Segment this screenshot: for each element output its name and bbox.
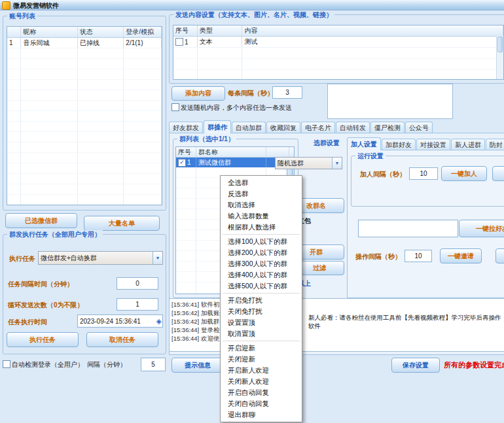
menu-separator xyxy=(223,234,300,235)
menu-item[interactable]: 输入选群数量 xyxy=(221,211,301,222)
table-empty-cell xyxy=(176,241,196,250)
task-interval-input[interactable]: 0 xyxy=(117,277,158,290)
group-seq: 1 xyxy=(187,159,191,166)
tab-sub-1[interactable]: 加群好友 xyxy=(382,139,416,150)
big-list-button[interactable]: 大量名单 xyxy=(84,216,160,231)
add-interval-input[interactable]: 10 xyxy=(409,167,438,180)
menu-item[interactable]: 根据群人数选择 xyxy=(221,222,301,233)
menu-item[interactable]: 选择100人以下的群 xyxy=(221,236,301,247)
selected-groups-button[interactable]: 已选微信群 xyxy=(5,213,77,228)
content-preview-box[interactable] xyxy=(327,84,453,119)
menu-item[interactable]: 反选群 xyxy=(221,188,301,199)
menu-item[interactable]: 开启自动回复 xyxy=(221,387,301,398)
tab-sub-0[interactable]: 加人设置 xyxy=(347,137,381,150)
run-task-button[interactable]: 执行任务 xyxy=(7,332,79,347)
tip-info-button[interactable]: 提示信息 xyxy=(171,358,224,373)
table-empty-cell xyxy=(7,153,21,163)
menu-item[interactable]: 选择500人以下的群 xyxy=(221,280,301,292)
menu-item[interactable]: 全选群 xyxy=(221,177,301,188)
account-row[interactable]: 1 音乐同城 已掉线 2/1(1) xyxy=(7,38,162,48)
cancel-task-button[interactable]: 取消任务 xyxy=(86,332,158,347)
menu-item[interactable]: 关闭新人欢迎 xyxy=(221,376,301,387)
menu-item[interactable]: 取消置顶 xyxy=(221,328,301,339)
log-box[interactable]: [15:36:41] 软件初始化完成[15:36:42] 加载账号成功[15:3… xyxy=(169,298,504,352)
random-content-label: 发送随机内容，多个内容任选一条发送 xyxy=(181,103,292,112)
tab-sub-2[interactable]: 对接设置 xyxy=(416,139,450,150)
loop-count-label: 循环发送次数（0为不限） xyxy=(8,301,84,310)
datetime-spinner-icon[interactable]: ◈ xyxy=(156,317,162,326)
task-time-value: 2023-09-24 15:36:41 xyxy=(80,318,141,325)
account-table[interactable]: 昵称 状态 登录/模拟 1 音乐同城 已掉线 2/1(1) xyxy=(7,26,162,205)
menu-item[interactable]: 选择200人以下的群 xyxy=(221,247,301,258)
chevron-down-icon[interactable]: ▼ xyxy=(153,252,162,264)
tab-sub-4[interactable]: 防封 xyxy=(486,139,504,150)
account-status: 已掉线 xyxy=(78,38,124,48)
table-empty-cell xyxy=(78,80,124,90)
stop-button[interactable]: 停止 xyxy=(492,166,504,181)
table-empty-row xyxy=(7,59,162,69)
tab-main-0[interactable]: 好友群发 xyxy=(169,122,203,133)
one-key-add-button[interactable]: 一键加人 xyxy=(441,166,487,181)
menu-item[interactable]: 开启新人欢迎 xyxy=(221,365,301,376)
account-seq: 1 xyxy=(7,38,21,48)
menu-item[interactable]: 关闭免打扰 xyxy=(221,306,301,317)
table-empty-cell xyxy=(21,195,78,205)
add-content-button[interactable]: 添加内容 xyxy=(171,86,225,101)
menu-item[interactable]: 设置置顶 xyxy=(221,317,301,328)
table-empty-row xyxy=(173,48,503,59)
task-time-input[interactable]: 2023-09-24 15:36:41 ◈ xyxy=(77,314,163,328)
menu-item[interactable]: 开启迎新 xyxy=(221,343,301,354)
scrollbar-thumb[interactable] xyxy=(497,37,503,52)
loop-count-input[interactable]: 1 xyxy=(117,298,158,311)
content-row-checkbox[interactable] xyxy=(175,38,183,46)
menu-item[interactable]: 退出群聊 xyxy=(221,409,301,420)
op-interval-input[interactable]: 10 xyxy=(405,250,432,262)
content-table-scrollbar[interactable] xyxy=(496,36,503,79)
menu-item[interactable]: 选择400人以下的群 xyxy=(221,269,301,280)
tab-main-5[interactable]: 自动转发 xyxy=(336,122,370,133)
tab-main-6[interactable]: 僵尸检测 xyxy=(370,122,405,133)
table-empty-cell xyxy=(176,220,196,229)
table-empty-cell xyxy=(124,174,162,184)
content-row[interactable]: 1 文本 测试 xyxy=(173,37,503,48)
autodetect-interval-input[interactable]: 5 xyxy=(141,358,166,371)
group-row-checkbox[interactable] xyxy=(178,159,186,167)
menu-item[interactable]: 选择300人以下的群 xyxy=(221,258,301,269)
per-item-interval-input[interactable]: 3 xyxy=(272,86,302,99)
table-empty-cell xyxy=(7,111,21,121)
invite-button-2[interactable]: 邀请 xyxy=(495,248,504,263)
group-name: 测试微信群 xyxy=(196,158,266,167)
one-key-invite-button[interactable]: 一键邀请 xyxy=(440,248,482,263)
table-empty-row xyxy=(7,111,162,122)
table-empty-cell xyxy=(176,282,196,292)
log-notice: 新人必看：请各粉丝在使用工具前【先看视频教程】学习完毕后再操作软件 xyxy=(308,313,504,330)
pull-friend-input[interactable] xyxy=(358,220,458,237)
exec-task-select[interactable]: 微信群发+自动换群 ▼ xyxy=(38,251,163,265)
group-setting-select[interactable]: 随机选群 ▼ xyxy=(275,157,342,169)
table-empty-cell xyxy=(124,59,162,69)
content-table[interactable]: 序号 类型 内容 1 文本 测试 xyxy=(173,25,504,80)
tab-main-2[interactable]: 自动加群 xyxy=(232,122,266,133)
autodetect-checkbox[interactable] xyxy=(3,360,10,368)
table-empty-cell xyxy=(78,153,124,163)
menu-item[interactable]: 开启免打扰 xyxy=(221,295,301,306)
tab-sub-3[interactable]: 新人进群 xyxy=(451,139,485,150)
table-empty-cell xyxy=(176,272,196,282)
menu-item[interactable]: 关闭自动回复 xyxy=(221,398,301,409)
table-empty-cell xyxy=(7,80,21,90)
pull-friend-button[interactable]: 一键拉好友 xyxy=(459,220,504,237)
menu-item[interactable]: 关闭迎新 xyxy=(221,354,301,365)
random-content-checkbox[interactable] xyxy=(171,103,179,111)
tab-main-3[interactable]: 收藏回复 xyxy=(266,122,300,133)
tab-main-7[interactable]: 公众号 xyxy=(405,122,433,133)
tab-main-1[interactable]: 群操作 xyxy=(204,120,231,133)
table-empty-cell xyxy=(242,59,503,69)
tab-main-4[interactable]: 电子名片 xyxy=(301,122,335,133)
table-empty-cell xyxy=(21,143,78,152)
table-empty-cell xyxy=(21,153,78,163)
save-settings-button[interactable]: 保存设置 xyxy=(391,358,440,373)
chevron-down-icon[interactable]: ▼ xyxy=(332,158,342,169)
task-interval-label: 任务间隔时间（分钟） xyxy=(8,280,73,289)
table-empty-cell xyxy=(198,59,243,69)
menu-item[interactable]: 取消选择 xyxy=(221,199,301,211)
